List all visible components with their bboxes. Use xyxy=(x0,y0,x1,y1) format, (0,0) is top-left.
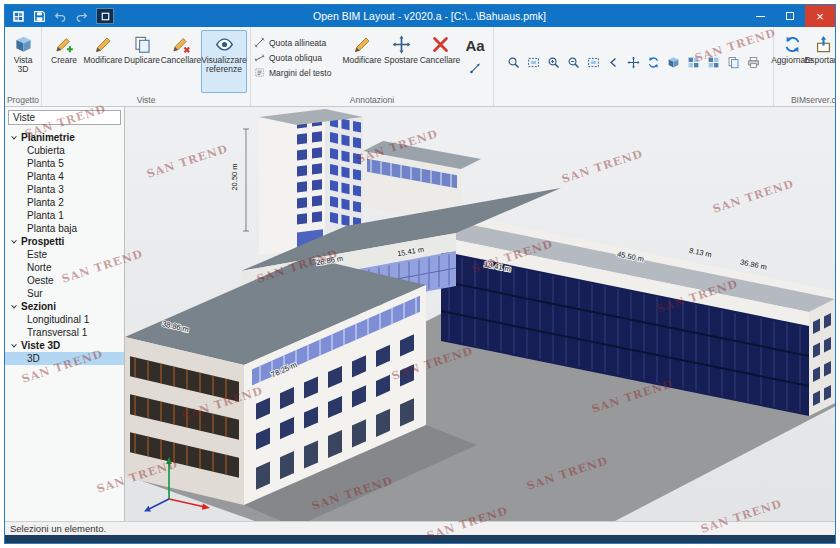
cancellare-annotazioni-button[interactable]: Cancellare xyxy=(421,30,459,93)
shading-icon xyxy=(707,56,720,69)
close-button[interactable]: × xyxy=(805,5,835,27)
pencil-icon xyxy=(353,35,372,54)
tree-section-planimetrie[interactable]: Planimetrie xyxy=(5,131,124,144)
chevron-down-icon[interactable] xyxy=(11,237,17,243)
chevron-down-icon[interactable] xyxy=(11,133,17,139)
tree-item-3d[interactable]: 3D xyxy=(5,352,124,365)
search-icon xyxy=(507,56,520,69)
hidden-lines-button[interactable] xyxy=(685,54,702,71)
leader-arrow-icon xyxy=(469,61,482,74)
ribbon-group-annotazioni: Quota allineata Quota obliqua Margini de… xyxy=(251,27,494,106)
shading-button[interactable] xyxy=(705,54,722,71)
tree-item-planta-5[interactable]: Planta 5 xyxy=(5,157,124,170)
creare-button[interactable]: Creare xyxy=(45,30,83,93)
views-panel: Viste PlanimetrieCubiertaPlanta 5Planta … xyxy=(5,107,125,521)
modificare-annotazioni-button[interactable]: Modificare xyxy=(343,30,381,93)
ribbon-spacer xyxy=(494,27,774,106)
save-button[interactable] xyxy=(29,7,49,25)
tree-item-cubierta[interactable]: Cubierta xyxy=(5,144,124,157)
zoom-window-button[interactable] xyxy=(525,54,542,71)
group-label-bimserver: BIMserver.center xyxy=(774,95,836,105)
model-canvas[interactable]: 20.50 m28.86 m15.41 m18.41 m45.50 m8.13 … xyxy=(125,107,836,521)
tree-section-prospetti[interactable]: Prospetti xyxy=(5,235,124,248)
export-icon xyxy=(814,35,833,54)
tree-item-planta-baja[interactable]: Planta baja xyxy=(5,222,124,235)
zoom-extents-icon xyxy=(587,56,600,69)
tree-item-sur[interactable]: Sur xyxy=(5,287,124,300)
window-controls: × xyxy=(745,5,835,27)
chevron-down-icon[interactable] xyxy=(11,302,17,308)
pencil-plus-icon xyxy=(55,35,74,54)
undo-button[interactable] xyxy=(50,7,70,25)
ribbon: Vista 3D Progetto Creare Modificare Dupl… xyxy=(5,27,835,107)
quick-access-toolbar xyxy=(5,7,114,25)
tree-item-longitudinal-1[interactable]: Longitudinal 1 xyxy=(5,313,124,326)
ribbon-group-bimserver: Aggiornare Esportare Roberta BIMserver.c… xyxy=(774,27,836,106)
tree-section-sezioni[interactable]: Sezioni xyxy=(5,300,124,313)
tree-item-planta-1[interactable]: Planta 1 xyxy=(5,209,124,222)
3d-viewport-scene: 20.50 m28.86 m15.41 m18.41 m45.50 m8.13 … xyxy=(125,107,836,521)
zoom-in-button[interactable] xyxy=(545,54,562,71)
perspective-icon xyxy=(667,56,680,69)
text-margins-icon xyxy=(254,67,265,78)
group-label-annotazioni: Annotazioni xyxy=(251,95,493,105)
tree-item-norte[interactable]: Norte xyxy=(5,261,124,274)
quota-obliqua-option[interactable]: Quota obliqua xyxy=(254,52,342,63)
print-button[interactable] xyxy=(745,54,762,71)
zoom-out-icon xyxy=(567,56,580,69)
redo-button[interactable] xyxy=(71,7,91,25)
vista-3d-button[interactable]: Vista 3D xyxy=(8,30,38,93)
delete-x-icon xyxy=(431,35,450,54)
zoom-out-button[interactable] xyxy=(565,54,582,71)
group-label-viste: Viste xyxy=(42,95,250,105)
testo-aa-button[interactable]: Aa xyxy=(460,33,490,56)
search-button[interactable] xyxy=(505,54,522,71)
zoom-extents-button[interactable] xyxy=(585,54,602,71)
leader-line-button[interactable] xyxy=(467,59,484,76)
view-tree: PlanimetrieCubiertaPlanta 5Planta 4Plant… xyxy=(5,128,124,365)
tree-item-planta-3[interactable]: Planta 3 xyxy=(5,183,124,196)
modificare-viste-button[interactable]: Modificare xyxy=(84,30,122,93)
chevron-down-icon[interactable] xyxy=(11,341,17,347)
pan-button[interactable] xyxy=(625,54,642,71)
app-icon xyxy=(8,7,28,25)
group-label-progetto: Progetto xyxy=(5,95,41,105)
status-message: Selezioni un elemento. xyxy=(10,523,106,534)
margini-del-testo-option[interactable]: Margini del testo xyxy=(254,67,342,78)
annotation-options: Quota allineata Quota obliqua Margini de… xyxy=(254,30,342,93)
bottom-strip xyxy=(5,535,835,544)
duplicare-button[interactable]: Duplicare xyxy=(123,30,161,93)
move-arrows-icon xyxy=(392,35,411,54)
cube-3d-icon xyxy=(14,35,33,54)
view-tools-row xyxy=(497,31,770,93)
zoom-window-icon xyxy=(527,56,540,69)
orbit-button[interactable] xyxy=(645,54,662,71)
window-title: Open BIM Layout - v2020.a - [C:\...\Bahu… xyxy=(114,10,745,22)
maximize-button[interactable] xyxy=(775,5,805,27)
tree-item-este[interactable]: Este xyxy=(5,248,124,261)
oblique-dimension-icon xyxy=(254,52,265,63)
quota-allineata-option[interactable]: Quota allineata xyxy=(254,37,342,48)
tree-item-planta-2[interactable]: Planta 2 xyxy=(5,196,124,209)
esportare-button[interactable]: Esportare xyxy=(808,30,836,93)
previous-view-button[interactable] xyxy=(605,54,622,71)
aggiornare-button[interactable]: Aggiornare xyxy=(777,30,807,93)
tree-item-planta-4[interactable]: Planta 4 xyxy=(5,170,124,183)
layers-icon xyxy=(727,56,740,69)
capture-button[interactable] xyxy=(96,8,114,24)
zoom-in-icon xyxy=(547,56,560,69)
tree-section-viste-3d[interactable]: Viste 3D xyxy=(5,339,124,352)
ribbon-group-progetto: Vista 3D Progetto xyxy=(5,27,42,106)
perspective-button[interactable] xyxy=(665,54,682,71)
tree-item-oeste[interactable]: Oeste xyxy=(5,274,124,287)
dimension-label: 8.13 m xyxy=(688,246,712,259)
tree-item-transversal-1[interactable]: Transversal 1 xyxy=(5,326,124,339)
cancellare-viste-button[interactable]: Cancellare xyxy=(162,30,200,93)
app-window: Open BIM Layout - v2020.a - [C:\...\Bahu… xyxy=(4,4,836,544)
pencil-icon xyxy=(94,35,113,54)
spostare-button[interactable]: Spostare xyxy=(382,30,420,93)
minimize-button[interactable] xyxy=(745,5,775,27)
refresh-icon xyxy=(783,35,802,54)
visualizzare-referenze-button[interactable]: Visualizzare referenze xyxy=(201,30,247,93)
layers-button[interactable] xyxy=(725,54,742,71)
